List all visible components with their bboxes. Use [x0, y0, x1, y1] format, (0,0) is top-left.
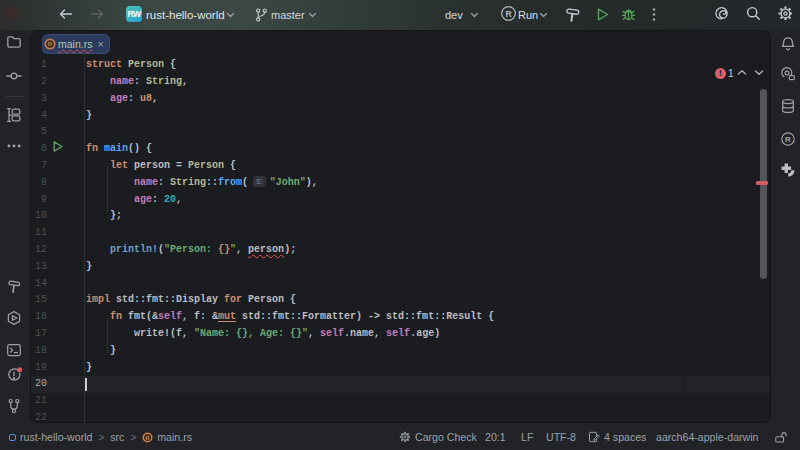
svg-text:R: R — [48, 41, 53, 47]
svg-text:R: R — [146, 434, 150, 440]
svg-text:R: R — [785, 135, 791, 144]
svg-text:R: R — [505, 9, 511, 19]
